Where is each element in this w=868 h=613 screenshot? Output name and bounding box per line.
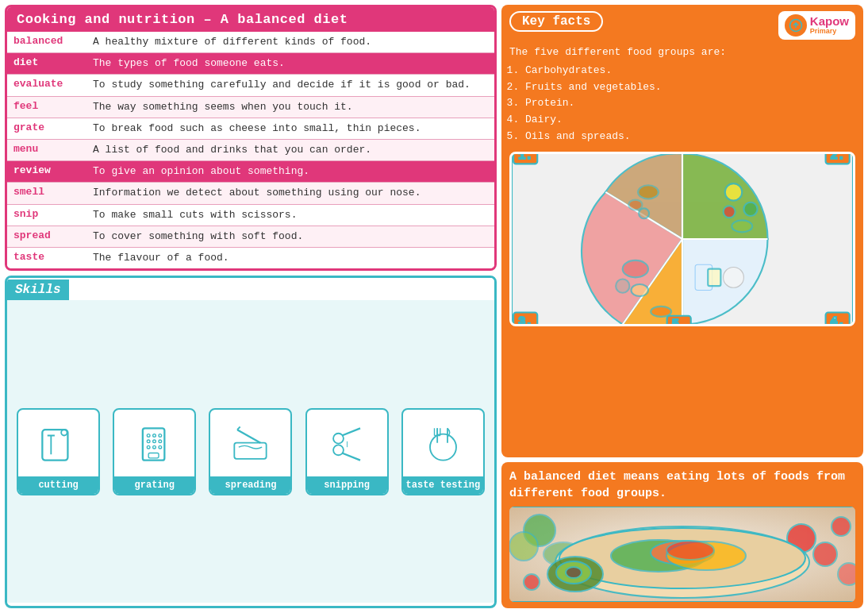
svg-point-80 <box>524 574 540 590</box>
skill-label-taste-testing: taste testing <box>403 476 483 494</box>
svg-point-11 <box>148 445 151 449</box>
svg-point-44 <box>732 220 752 232</box>
svg-rect-0 <box>42 430 67 461</box>
vocab-definition: To make small cuts with scissors. <box>86 204 494 226</box>
svg-point-9 <box>153 440 156 443</box>
svg-point-64 <box>509 532 538 561</box>
list-item: Oils and spreads. <box>525 129 855 145</box>
svg-point-7 <box>159 434 162 438</box>
vocab-definition: To study something carefully and decide … <box>86 75 494 96</box>
table-row: review To give an opinion about somethin… <box>7 161 494 183</box>
balanced-text: A balanced diet means eating lots of foo… <box>509 468 855 502</box>
skill-card-cutting: cutting <box>17 408 100 495</box>
svg-point-12 <box>153 445 156 449</box>
list-item: Dairy. <box>525 112 855 129</box>
left-panel: Cooking and nutrition – A balanced diet … <box>5 5 497 608</box>
vocab-word: grate <box>7 118 86 139</box>
vocab-definition: To give an opinion about something. <box>86 161 494 183</box>
svg-point-5 <box>148 434 151 438</box>
list-item: Carbohydrates. <box>525 63 855 79</box>
svg-text:5.: 5. <box>672 317 686 324</box>
svg-point-8 <box>148 440 151 443</box>
skills-content: cutting <box>7 300 494 603</box>
vocab-word: taste <box>7 247 86 268</box>
keyfacts-header: Key facts Kapow Primary <box>509 11 855 40</box>
svg-point-67 <box>813 542 837 566</box>
svg-line-16 <box>237 430 260 443</box>
skill-card-taste-testing: taste testing <box>401 408 485 495</box>
table-row: feel The way something seems when you to… <box>7 96 494 118</box>
svg-line-21 <box>342 453 360 461</box>
vocab-table: balanced A healthy mixture of different … <box>7 32 494 268</box>
svg-point-77 <box>566 567 582 578</box>
svg-point-47 <box>632 284 649 296</box>
vocab-section: Cooking and nutrition – A balanced diet … <box>5 5 497 271</box>
vocab-word: smell <box>7 183 86 204</box>
keyfacts-text: The five different food groups are: Carb… <box>509 44 855 145</box>
kapow-text: Kapow Primary <box>810 15 849 36</box>
list-item: Protein. <box>525 95 855 112</box>
balanced-image <box>509 507 855 602</box>
svg-point-74 <box>666 541 714 560</box>
vocab-definition: The types of food someone eats. <box>86 53 494 75</box>
vocab-definition: A list of food and drinks that you can o… <box>86 139 494 160</box>
snipping-icon <box>323 418 371 472</box>
vocab-definition: A healthy mixture of different kinds of … <box>86 32 494 53</box>
kapow-icon <box>785 14 807 37</box>
vocab-definition: The flavour of a food. <box>86 247 494 268</box>
svg-text:1.: 1. <box>518 154 532 163</box>
skill-card-snipping: snipping <box>305 408 389 495</box>
vocab-definition: To cover something with soft food. <box>86 226 494 247</box>
svg-point-41 <box>725 183 743 201</box>
keyfacts-intro: The five different food groups are: <box>509 44 855 61</box>
vocab-word: diet <box>7 53 86 75</box>
skill-label-cutting: cutting <box>18 476 98 494</box>
svg-point-45 <box>623 260 648 278</box>
svg-point-42 <box>743 202 757 216</box>
svg-point-39 <box>628 199 642 210</box>
vocab-word: spread <box>7 226 86 247</box>
balanced-section: A balanced diet means eating lots of foo… <box>501 462 863 608</box>
svg-point-49 <box>724 267 744 287</box>
skills-section: Skills <box>5 276 497 608</box>
skills-title-bar: Skills <box>7 278 494 300</box>
vocab-word: evaluate <box>7 75 86 96</box>
svg-point-38 <box>638 185 659 199</box>
svg-text:3.: 3. <box>518 314 532 324</box>
keyfacts-title: Key facts <box>509 11 603 32</box>
svg-point-46 <box>616 279 629 292</box>
svg-text:4.: 4. <box>831 314 845 324</box>
svg-rect-15 <box>235 443 267 459</box>
table-row: evaluate To study something carefully an… <box>7 75 494 96</box>
svg-point-40 <box>639 208 649 218</box>
table-row: snip To make small cuts with scissors. <box>7 204 494 226</box>
spreading-icon <box>227 418 275 472</box>
svg-line-17 <box>237 427 240 430</box>
table-row: spread To cover something with soft food… <box>7 226 494 247</box>
skills-title: Skills <box>7 280 69 300</box>
svg-point-43 <box>724 206 735 218</box>
table-row: balanced A healthy mixture of different … <box>7 32 494 53</box>
food-wheel-container: 1. 2. 3. 4. 5. <box>509 152 855 326</box>
skill-card-spreading: spreading <box>209 408 292 495</box>
svg-point-10 <box>159 440 162 443</box>
skill-label-spreading: spreading <box>210 476 290 494</box>
svg-point-23 <box>430 434 456 461</box>
right-panel: Key facts Kapow Primary <box>501 5 863 608</box>
kapow-logo: Kapow Primary <box>778 11 855 40</box>
svg-rect-50 <box>708 268 720 286</box>
svg-rect-14 <box>148 453 159 458</box>
table-row: grate To break food such as cheese into … <box>7 118 494 139</box>
table-row: smell Information we detect about someth… <box>7 183 494 204</box>
table-row: taste The flavour of a food. <box>7 247 494 268</box>
skill-label-snipping: snipping <box>307 476 387 494</box>
vocab-title: Cooking and nutrition – A balanced diet <box>7 7 494 32</box>
svg-point-13 <box>159 445 162 449</box>
cutting-icon <box>35 418 83 472</box>
vocab-word: review <box>7 161 86 183</box>
keyfacts-section: Key facts Kapow Primary <box>501 5 863 457</box>
svg-point-78 <box>832 517 851 536</box>
skill-label-grating: grating <box>114 476 194 494</box>
svg-text:2.: 2. <box>831 154 845 163</box>
vocab-definition: To break food such as cheese into small,… <box>86 118 494 139</box>
